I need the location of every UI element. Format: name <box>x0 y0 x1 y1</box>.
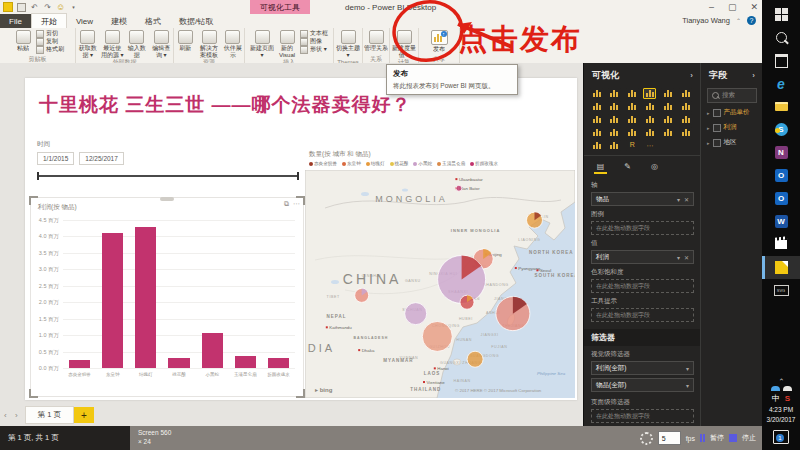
word-icon[interactable]: W <box>762 210 800 233</box>
scatter-chart-icon[interactable] <box>590 114 603 125</box>
report-page[interactable]: 十里桃花 三生三世 ——哪个法器卖得好？ 时间 1/1/2015 12/25/2… <box>25 78 577 400</box>
legend-item-赤炎金猊兽[interactable]: 赤炎金猊兽 <box>309 161 337 166</box>
page-nav-arrows[interactable]: ‹ › <box>0 411 25 420</box>
map-area[interactable]: JILINLIAONINGHEBEISHANDONGSHAANXIHENANJI… <box>305 170 575 398</box>
field-pill-利润[interactable]: 利润▾✕ <box>591 250 694 264</box>
pill-dropdown-icon[interactable]: ▾ <box>686 365 689 372</box>
area-chart-icon[interactable] <box>608 101 621 112</box>
fields-tab[interactable]: ▤ <box>594 161 607 174</box>
close-button[interactable]: ✕ <box>750 2 758 12</box>
tray-clock[interactable]: 4:23 PM <box>769 406 793 414</box>
waterfall-chart-icon[interactable] <box>679 101 692 112</box>
tray-date[interactable]: 3/20/2017 <box>767 416 796 424</box>
kpi-icon[interactable] <box>661 127 674 138</box>
expand-icon[interactable]: ▸ <box>707 110 710 116</box>
expand-icon[interactable]: ▸ <box>707 125 710 131</box>
ribbon-tab-建模[interactable]: 建模 <box>102 14 136 28</box>
fps-input[interactable]: 5 <box>658 431 681 445</box>
ribbon-button-解决方案模板[interactable]: 解决方案模板 <box>198 29 221 58</box>
field-checkbox[interactable] <box>713 124 721 132</box>
legend-item-东皇钟[interactable]: 东皇钟 <box>342 161 361 166</box>
ribbon-tab-View[interactable]: View <box>67 14 102 28</box>
signed-in-user[interactable]: Tianyao Wang <box>682 16 730 25</box>
expand-icon[interactable]: ▸ <box>707 140 710 146</box>
field-checkbox[interactable] <box>713 139 721 147</box>
ribbon-button-新的Visual[interactable]: 新的Visual <box>275 29 299 58</box>
report-canvas[interactable]: 十里桃花 三生三世 ——哪个法器卖得好？ 时间 1/1/2015 12/25/2… <box>0 63 583 404</box>
collapse-ribbon-icon[interactable]: ⌃ <box>736 17 741 24</box>
redo-icon[interactable]: ↷ <box>43 3 52 12</box>
maximize-button[interactable]: ▢ <box>728 2 737 12</box>
map-visual[interactable]: 数量(按 城市 和 物品) 赤炎金猊兽东皇钟结魄灯桃花酿小黑蛇玉清昆仑扇折颜玫瑰… <box>305 148 575 398</box>
line-chart-icon[interactable] <box>590 101 603 112</box>
bar-赤炎金猊兽[interactable] <box>69 360 90 368</box>
pause-icon[interactable] <box>700 434 705 442</box>
field-item-产品单价[interactable]: ▸产品单价 <box>701 105 763 120</box>
pie-chart-icon[interactable] <box>608 114 621 125</box>
onenote-icon[interactable]: N <box>762 141 800 164</box>
empty-well[interactable]: 在此处拖动数据字段 <box>591 308 694 322</box>
ribbon-tab-数据/钻取[interactable]: 数据/钻取 <box>170 14 222 28</box>
ribbon-button-发布[interactable]: ↑发布 <box>424 29 454 53</box>
stacked-column-chart-icon[interactable] <box>608 88 621 99</box>
file-explorer-icon[interactable] <box>762 95 800 118</box>
hundred-percent-stacked-column-icon[interactable] <box>679 88 692 99</box>
ribbon-tab-File[interactable]: File <box>0 14 31 28</box>
collapse-fields-icon[interactable]: › <box>752 71 755 80</box>
pill-dropdown-icon[interactable]: ▾ <box>677 254 680 261</box>
bar-小黑蛇[interactable] <box>202 333 223 368</box>
legend-item-玉清昆仑扇[interactable]: 玉清昆仑扇 <box>437 161 465 166</box>
slider-handle-left[interactable] <box>37 172 39 180</box>
treemap-icon[interactable] <box>643 114 656 125</box>
stop-button[interactable]: 停止 <box>742 433 756 443</box>
bar-结魄灯[interactable] <box>135 227 156 368</box>
ribbon-button-剪切[interactable]: 剪切 <box>36 30 64 37</box>
search-icon[interactable] <box>762 26 800 49</box>
field-item-利润[interactable]: ▸利润 <box>701 120 763 135</box>
hundred-percent-stacked-bar-icon[interactable] <box>661 88 674 99</box>
ribbon-button-新建度量值[interactable]: 新建度量值 ▾ <box>392 29 416 58</box>
slider-handle-right[interactable] <box>297 172 299 180</box>
skype-icon[interactable]: S <box>762 118 800 141</box>
slicer-start-date[interactable]: 1/1/2015 <box>37 152 74 165</box>
empty-well[interactable]: 在此处拖动数据字段 <box>591 279 694 293</box>
slicer-slider[interactable] <box>37 172 299 180</box>
date-slicer[interactable]: 时间 1/1/2015 12/25/2017 <box>37 140 299 188</box>
ime-indicator[interactable]: 中 <box>772 393 780 404</box>
ribbon-button-图像[interactable]: 图像 <box>300 38 328 45</box>
donut-chart-icon[interactable] <box>626 114 639 125</box>
ribbon-button-粘贴[interactable]: 粘贴 <box>11 29 35 52</box>
smiley-feedback-icon[interactable]: ☺ <box>56 3 65 12</box>
tray-expand-icon[interactable]: ‹ <box>776 378 785 381</box>
table-icon[interactable] <box>590 140 603 151</box>
sogou-icon[interactable]: S <box>785 394 790 403</box>
r-script-icon[interactable]: R <box>626 140 639 151</box>
store-icon[interactable] <box>762 49 800 72</box>
ribbon-button-复制[interactable]: 复制 <box>36 38 64 45</box>
ribbon-button-输入数据[interactable]: 输入数据 <box>125 29 149 58</box>
bar-折颜玫瑰水[interactable] <box>268 358 289 368</box>
save-icon[interactable] <box>17 3 26 12</box>
qat-dropdown-icon[interactable]: ▾ <box>69 3 78 12</box>
bar-桃花酿[interactable] <box>168 358 189 368</box>
bar-chart-visual[interactable]: ⧉ ⋯ 利润(按 物品) 0.0 百万0.5 百万1.0 百万1.5 百万2.0… <box>30 197 304 397</box>
collapse-pane-icon[interactable]: › <box>690 71 693 80</box>
stop-icon[interactable] <box>729 434 737 442</box>
filter-pill-利润(全部)[interactable]: 利润(全部)▾ <box>591 361 694 375</box>
field-checkbox[interactable] <box>713 109 721 117</box>
format-tab[interactable]: ✎ <box>621 161 634 172</box>
ribbon-button-切换主题[interactable]: 切换主题 ▾ <box>336 29 360 58</box>
help-icon[interactable]: ? <box>747 16 756 25</box>
ribbon-button-刷新[interactable]: 刷新 <box>174 29 197 52</box>
stacked-bar-chart-icon[interactable] <box>590 88 603 99</box>
legend-item-桃花酿[interactable]: 桃花酿 <box>390 161 409 166</box>
display-icon[interactable]: SVG <box>762 279 800 302</box>
legend-item-折颜玫瑰水[interactable]: 折颜玫瑰水 <box>470 161 498 166</box>
movies-tv-icon[interactable] <box>762 233 800 256</box>
more-options-icon[interactable]: ⋯ <box>293 200 300 208</box>
multi-row-card-icon[interactable] <box>643 127 656 138</box>
matrix-icon[interactable] <box>608 140 621 151</box>
map-icon[interactable] <box>661 114 674 125</box>
legend-item-结魄灯[interactable]: 结魄灯 <box>366 161 385 166</box>
card-icon[interactable] <box>626 127 639 138</box>
